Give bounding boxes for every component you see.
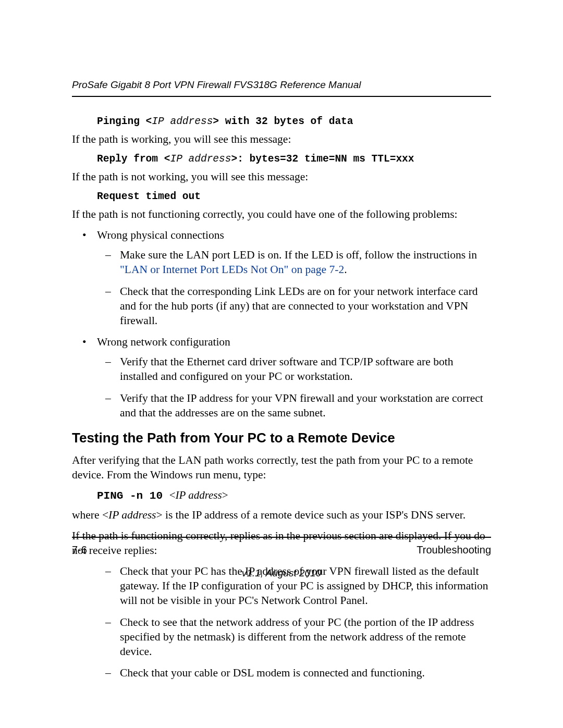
code-text: Reply from < (97, 153, 170, 165)
code-text: Pinging < (97, 116, 152, 127)
text: > is the IP address of a remote device s… (156, 509, 466, 521)
code-timeout: Request timed out (72, 191, 491, 202)
problem-list: Wrong physical connections Make sure the… (72, 228, 491, 421)
para-after-verify: After verifying that the LAN path works … (72, 453, 491, 483)
cmd-bold: PING -n 10 (97, 490, 169, 502)
list-item: Verify that the IP address for your VPN … (120, 391, 491, 421)
sub-list: Verify that the Ethernet card driver sof… (97, 355, 491, 421)
link-lan-leds[interactable]: "LAN or Internet Port LEDs Not On" on pa… (120, 263, 344, 276)
list-item: Check to see that the network address of… (120, 615, 491, 659)
list-item: Wrong physical connections Make sure the… (97, 228, 491, 328)
code-pinging: Pinging <IP address> with 32 bytes of da… (72, 116, 491, 127)
sub-list: Make sure the LAN port LED is on. If the… (97, 248, 491, 328)
replies-list: Check that your PC has the IP address of… (72, 564, 491, 681)
list-item: Make sure the LAN port LED is on. If the… (120, 248, 491, 277)
bullet-text: Wrong network configuration (97, 336, 230, 348)
footer-row: 7-6 Troubleshooting (72, 544, 491, 556)
para-not-functioning: If the path is not functioning correctly… (72, 207, 491, 222)
code-ip-placeholder: IP address (152, 116, 213, 127)
para-path-not-working: If the path is not working, you will see… (72, 170, 491, 184)
version-text: v1.1, August 2010 (72, 567, 491, 579)
bullet-text: Wrong physical connections (97, 229, 224, 241)
running-header: ProSafe Gigabit 8 Port VPN Firewall FVS3… (72, 79, 491, 91)
text: where < (72, 509, 108, 521)
list-item: Check that your cable or DSL modem is co… (120, 666, 491, 681)
section-heading: Testing the Path from Your PC to a Remot… (72, 430, 491, 446)
command-line: PING -n 10 <IP address> (72, 489, 491, 502)
footer-rule (72, 537, 491, 538)
code-text: >: bytes=32 time=NN ms TTL=xxx (231, 153, 414, 165)
list-item: Wrong network configuration Verify that … (97, 335, 491, 421)
list-item: Check that the corresponding Link LEDs a… (120, 285, 491, 328)
section-name: Troubleshooting (417, 544, 491, 556)
ip-placeholder: IP address (108, 509, 156, 521)
code-reply: Reply from <IP address>: bytes=32 time=N… (72, 153, 491, 165)
para-where: where <IP address> is the IP address of … (72, 508, 491, 523)
dash-text: . (344, 263, 347, 276)
header-rule (72, 96, 491, 97)
code-text: > with 32 bytes of data (213, 116, 353, 127)
para-path-working: If the path is working, you will see thi… (72, 132, 491, 147)
cmd-ip-placeholder: IP address (175, 489, 222, 501)
page-number: 7-6 (72, 544, 87, 556)
dash-text: Make sure the LAN port LED is on. If the… (120, 249, 477, 261)
page-footer: 7-6 Troubleshooting v1.1, August 2010 (72, 537, 491, 579)
code-ip-placeholder: IP address (170, 153, 231, 165)
cmd-text: > (222, 489, 228, 501)
cmd-text: < (169, 489, 176, 501)
list-item: Verify that the Ethernet card driver sof… (120, 355, 491, 384)
